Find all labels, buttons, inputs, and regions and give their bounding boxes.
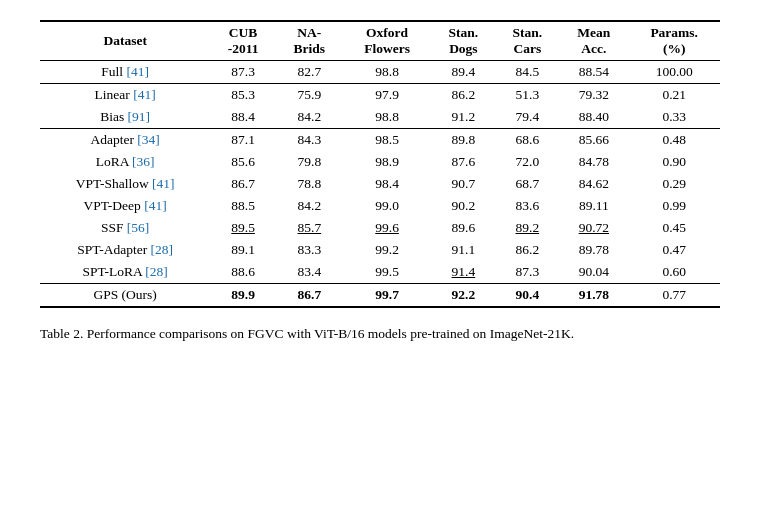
- cell-nabirds: 82.7: [276, 61, 343, 84]
- cell-cars: 72.0: [495, 151, 559, 173]
- cell-params: 0.33: [628, 106, 720, 129]
- cell-cars: 83.6: [495, 195, 559, 217]
- cell-cub: 85.3: [210, 84, 276, 107]
- cell-cub: 86.7: [210, 173, 276, 195]
- cell-params: 0.90: [628, 151, 720, 173]
- table-row: VPT-Shallow [41] 86.7 78.8 98.4 90.7 68.…: [40, 173, 720, 195]
- cell-nabirds: 84.2: [276, 195, 343, 217]
- cell-nabirds: 75.9: [276, 84, 343, 107]
- table-row: Bias [91] 88.4 84.2 98.8 91.2 79.4 88.40…: [40, 106, 720, 129]
- cell-mean: 84.62: [559, 173, 628, 195]
- cell-cars: 90.4: [495, 284, 559, 308]
- cell-mean: 88.54: [559, 61, 628, 84]
- citation: [28]: [145, 264, 168, 279]
- table-row: SSF [56] 89.5 85.7 99.6 89.6 89.2 90.72 …: [40, 217, 720, 239]
- table-row: LoRA [36] 85.6 79.8 98.9 87.6 72.0 84.78…: [40, 151, 720, 173]
- cell-cub: 88.4: [210, 106, 276, 129]
- cell-params: 0.21: [628, 84, 720, 107]
- cell-cub: 87.1: [210, 129, 276, 152]
- cell-flowers: 99.0: [343, 195, 432, 217]
- method-name: Linear [41]: [40, 84, 210, 107]
- cell-params: 0.60: [628, 261, 720, 284]
- cell-dogs: 87.6: [431, 151, 495, 173]
- cell-mean: 79.32: [559, 84, 628, 107]
- cell-dogs: 89.4: [431, 61, 495, 84]
- method-name: LoRA [36]: [40, 151, 210, 173]
- cell-cars: 89.2: [495, 217, 559, 239]
- table-caption: Table 2. Performance comparisons on FGVC…: [40, 324, 720, 344]
- cell-flowers: 98.4: [343, 173, 432, 195]
- method-name: SPT-Adapter [28]: [40, 239, 210, 261]
- cell-cars: 51.3: [495, 84, 559, 107]
- cell-flowers: 98.8: [343, 61, 432, 84]
- table-row: Full [41] 87.3 82.7 98.8 89.4 84.5 88.54…: [40, 61, 720, 84]
- cell-cars: 68.6: [495, 129, 559, 152]
- table-row-gps: GPS (Ours) 89.9 86.7 99.7 92.2 90.4 91.7…: [40, 284, 720, 308]
- cell-mean: 90.72: [559, 217, 628, 239]
- header-nabirds: NA-Brids: [276, 21, 343, 61]
- cell-nabirds: 86.7: [276, 284, 343, 308]
- cell-cars: 87.3: [495, 261, 559, 284]
- table-row: Adapter [34] 87.1 84.3 98.5 89.8 68.6 85…: [40, 129, 720, 152]
- cell-dogs: 90.2: [431, 195, 495, 217]
- cell-nabirds: 79.8: [276, 151, 343, 173]
- table-row: SPT-Adapter [28] 89.1 83.3 99.2 91.1 86.…: [40, 239, 720, 261]
- cell-cars: 68.7: [495, 173, 559, 195]
- cell-flowers: 99.7: [343, 284, 432, 308]
- method-name: Bias [91]: [40, 106, 210, 129]
- citation: [34]: [137, 132, 160, 147]
- cell-dogs: 92.2: [431, 284, 495, 308]
- table-header-row: Dataset CUB-2011 NA-Brids OxfordFlowers …: [40, 21, 720, 61]
- cell-nabirds: 83.4: [276, 261, 343, 284]
- cell-cub: 88.5: [210, 195, 276, 217]
- cell-params: 0.29: [628, 173, 720, 195]
- cell-dogs: 91.4: [431, 261, 495, 284]
- cell-cars: 79.4: [495, 106, 559, 129]
- cell-dogs: 86.2: [431, 84, 495, 107]
- header-params: Params.(%): [628, 21, 720, 61]
- cell-flowers: 98.5: [343, 129, 432, 152]
- cell-dogs: 89.6: [431, 217, 495, 239]
- method-name: Adapter [34]: [40, 129, 210, 152]
- cell-nabirds: 85.7: [276, 217, 343, 239]
- results-table: Dataset CUB-2011 NA-Brids OxfordFlowers …: [40, 20, 720, 308]
- method-name: VPT-Shallow [41]: [40, 173, 210, 195]
- table-row: SPT-LoRA [28] 88.6 83.4 99.5 91.4 87.3 9…: [40, 261, 720, 284]
- cell-mean: 88.40: [559, 106, 628, 129]
- cell-params: 0.47: [628, 239, 720, 261]
- citation: [41]: [126, 64, 149, 79]
- cell-nabirds: 84.2: [276, 106, 343, 129]
- cell-cub: 88.6: [210, 261, 276, 284]
- cell-mean: 84.78: [559, 151, 628, 173]
- method-name: GPS (Ours): [40, 284, 210, 308]
- header-flowers: OxfordFlowers: [343, 21, 432, 61]
- cell-dogs: 89.8: [431, 129, 495, 152]
- cell-flowers: 98.9: [343, 151, 432, 173]
- cell-flowers: 99.2: [343, 239, 432, 261]
- cell-cub: 89.1: [210, 239, 276, 261]
- method-name: SPT-LoRA [28]: [40, 261, 210, 284]
- cell-params: 0.99: [628, 195, 720, 217]
- method-name: SSF [56]: [40, 217, 210, 239]
- cell-flowers: 98.8: [343, 106, 432, 129]
- cell-cars: 86.2: [495, 239, 559, 261]
- citation: [56]: [127, 220, 150, 235]
- cell-params: 0.48: [628, 129, 720, 152]
- header-cars: Stan.Cars: [495, 21, 559, 61]
- header-dataset: Dataset: [40, 21, 210, 61]
- citation: [41]: [144, 198, 167, 213]
- results-table-container: Dataset CUB-2011 NA-Brids OxfordFlowers …: [40, 20, 720, 308]
- cell-dogs: 91.2: [431, 106, 495, 129]
- citation: [91]: [128, 109, 151, 124]
- citation: [41]: [152, 176, 175, 191]
- cell-cub: 89.5: [210, 217, 276, 239]
- cell-nabirds: 84.3: [276, 129, 343, 152]
- cell-mean: 90.04: [559, 261, 628, 284]
- cell-params: 100.00: [628, 61, 720, 84]
- cell-mean: 89.78: [559, 239, 628, 261]
- cell-dogs: 90.7: [431, 173, 495, 195]
- header-cub: CUB-2011: [210, 21, 276, 61]
- table-row: Linear [41] 85.3 75.9 97.9 86.2 51.3 79.…: [40, 84, 720, 107]
- cell-flowers: 97.9: [343, 84, 432, 107]
- header-dogs: Stan.Dogs: [431, 21, 495, 61]
